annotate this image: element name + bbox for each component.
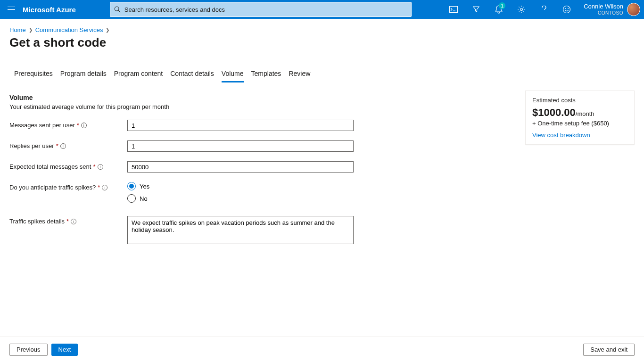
settings-button[interactable] [510, 0, 533, 19]
notifications-button[interactable]: 1 [487, 0, 510, 19]
brand-label: Microsoft Azure [23, 6, 87, 14]
cloud-shell-button[interactable] [442, 0, 465, 19]
radio-label-yes: Yes [140, 183, 149, 190]
notification-badge: 1 [499, 2, 505, 9]
global-search[interactable] [110, 2, 412, 17]
breadcrumb-service[interactable]: Communication Services [35, 26, 103, 33]
breadcrumb-home[interactable]: Home [9, 26, 26, 33]
cost-breakdown-link[interactable]: View cost breakdown [532, 132, 627, 139]
avatar [627, 3, 640, 16]
help-icon [542, 6, 546, 13]
input-expected-total[interactable] [127, 161, 354, 173]
cloud-shell-icon [449, 6, 458, 13]
gear-icon [517, 5, 526, 14]
user-name: Connie Wilson [584, 3, 623, 10]
label-msgs-per-user: Messages sent per user [9, 122, 75, 129]
required-marker: * [93, 163, 95, 170]
search-icon [114, 6, 121, 13]
account-menu[interactable]: Connie Wilson CONTOSO [578, 0, 644, 19]
directory-filter-button[interactable] [465, 0, 487, 19]
info-icon[interactable]: i [98, 164, 103, 170]
page-title: Get a short code [9, 35, 635, 50]
tab-program-details[interactable]: Program details [60, 67, 107, 82]
help-button[interactable] [533, 0, 555, 19]
cost-amount: $1000.00 [532, 107, 576, 118]
save-and-exit-button[interactable]: Save and exit [583, 344, 635, 356]
tab-program-content[interactable]: Program content [114, 67, 163, 82]
required-marker: * [98, 184, 100, 191]
tab-strip: Prerequisites Program details Program co… [9, 67, 635, 82]
label-traffic-spikes: Do you anticipate traffic spikes? [9, 184, 96, 191]
tenant-name: CONTOSO [584, 10, 623, 16]
input-msgs-per-user[interactable] [127, 120, 354, 131]
input-spikes-details[interactable] [127, 216, 354, 244]
breadcrumb: Home ❯ Communication Services ❯ [9, 26, 635, 33]
hamburger-icon [8, 7, 15, 12]
tab-review[interactable]: Review [289, 67, 310, 82]
required-marker: * [56, 142, 58, 149]
tab-contact-details[interactable]: Contact details [170, 67, 214, 82]
radio-traffic-yes[interactable] [127, 182, 136, 190]
footer-bar: Previous Next Save and exit [0, 337, 644, 362]
svg-rect-2 [450, 7, 458, 13]
tab-volume[interactable]: Volume [222, 67, 244, 82]
feedback-icon [562, 5, 571, 14]
svg-point-0 [115, 7, 119, 11]
hamburger-menu-button[interactable] [0, 0, 23, 19]
required-marker: * [77, 122, 79, 129]
info-icon[interactable]: i [71, 219, 76, 224]
info-icon[interactable]: i [102, 185, 107, 190]
next-button[interactable]: Next [51, 344, 78, 356]
cost-period: /month [576, 110, 594, 117]
cost-setup-fee: + One-time setup fee ($650) [532, 120, 627, 127]
topbar-actions: 1 [442, 0, 578, 19]
label-expected-total: Expected total messages sent [9, 163, 91, 170]
svg-point-6 [568, 8, 569, 9]
estimated-costs-card: Estimated costs $1000.00/month + One-tim… [525, 90, 635, 145]
tab-templates[interactable]: Templates [251, 67, 281, 82]
chevron-right-icon: ❯ [106, 27, 109, 33]
search-input[interactable] [124, 6, 407, 13]
svg-point-4 [563, 6, 570, 13]
info-icon[interactable]: i [60, 143, 66, 149]
label-spikes-details: Traffic spikes details [9, 218, 65, 225]
chevron-right-icon: ❯ [29, 27, 33, 33]
svg-line-1 [118, 10, 120, 12]
svg-point-5 [565, 8, 566, 9]
radio-label-no: No [140, 195, 148, 202]
input-replies-per-user[interactable] [127, 140, 354, 152]
feedback-button[interactable] [555, 0, 578, 19]
svg-point-3 [520, 8, 523, 11]
radio-traffic-no[interactable] [127, 194, 136, 203]
label-replies-per-user: Replies per user [9, 142, 54, 149]
filter-icon [472, 6, 480, 13]
tab-prerequisites[interactable]: Prerequisites [14, 67, 53, 82]
info-icon[interactable]: i [81, 123, 87, 128]
top-bar: Microsoft Azure 1 Connie Wilson CONTOSO [0, 0, 644, 19]
previous-button[interactable]: Previous [9, 344, 48, 356]
cost-heading: Estimated costs [532, 97, 627, 104]
required-marker: * [66, 218, 69, 225]
